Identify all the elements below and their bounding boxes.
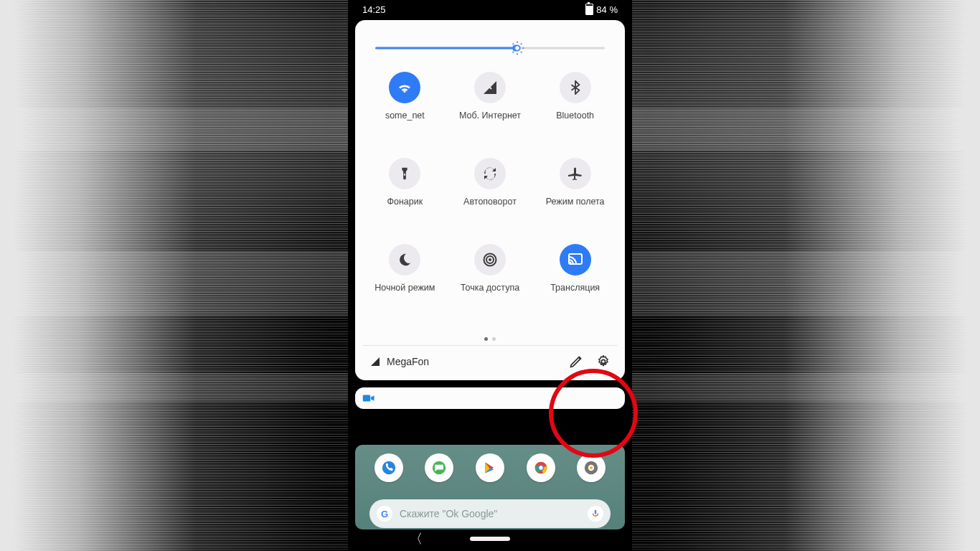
svg-point-5	[539, 466, 542, 469]
quick-settings-panel: some_netМоб. ИнтернетBluetoothФонарикАвт…	[355, 20, 625, 380]
page-dot[interactable]	[492, 337, 496, 341]
qs-tile-label: some_net	[385, 110, 425, 122]
flashlight-icon	[389, 158, 420, 189]
app-camera-icon[interactable]	[577, 453, 606, 482]
app-playstore-icon[interactable]	[476, 453, 504, 482]
qs-tile-autorotate[interactable]: Автоповорот	[451, 158, 529, 208]
google-g-icon: G	[377, 506, 392, 522]
qs-tile-wifi[interactable]: some_net	[365, 72, 444, 122]
carrier-label: MegaFon	[369, 356, 429, 367]
nav-back-button[interactable]: 〈	[410, 530, 423, 547]
page-dot[interactable]	[484, 337, 488, 341]
qs-tile-label: Bluetooth	[556, 110, 594, 122]
svg-point-19	[569, 261, 571, 263]
airplane-icon	[560, 158, 591, 189]
brightness-fill	[375, 47, 517, 50]
qs-tile-airplane[interactable]: Режим полета	[536, 158, 615, 208]
qs-tile-night[interactable]: Ночной режим	[365, 244, 444, 294]
navigation-bar: 〈	[352, 527, 628, 551]
qs-tile-bluetooth[interactable]: Bluetooth	[536, 72, 615, 122]
status-time: 14:25	[362, 4, 386, 15]
notification-card[interactable]	[355, 387, 625, 409]
qs-tile-label: Моб. Интернет	[459, 110, 521, 122]
video-recording-icon	[362, 393, 375, 403]
settings-button[interactable]	[596, 354, 611, 369]
brightness-thumb-icon[interactable]	[509, 40, 525, 56]
svg-rect-14	[404, 174, 405, 176]
phone-screen: 14:25 84 % G Скажите "Ok Google"	[352, 0, 628, 551]
carrier-name: MegaFon	[387, 356, 429, 367]
autorotate-icon	[474, 158, 506, 189]
home-app-row	[352, 453, 628, 482]
quick-settings-footer: MegaFon	[362, 345, 618, 375]
cast-icon	[560, 244, 591, 276]
quick-settings-grid: some_netМоб. ИнтернетBluetoothФонарикАвт…	[362, 72, 618, 330]
mobile-data-icon	[474, 72, 506, 103]
app-messages-icon[interactable]	[425, 453, 453, 482]
status-right: 84 %	[585, 4, 618, 15]
qs-tile-label: Трансляция	[550, 283, 600, 294]
battery-percent: 84 %	[596, 4, 618, 15]
svg-rect-21	[363, 395, 371, 402]
app-phone-icon[interactable]	[374, 453, 403, 482]
night-icon	[389, 244, 420, 276]
battery-icon	[585, 4, 593, 15]
mic-icon[interactable]	[588, 506, 603, 522]
pencil-icon	[569, 354, 583, 369]
qs-tile-mobile-data[interactable]: Моб. Интернет	[451, 72, 529, 122]
svg-point-11	[515, 45, 520, 50]
qs-tile-label: Автоповорот	[463, 197, 517, 208]
qs-tile-hotspot[interactable]: Точка доступа	[451, 244, 529, 294]
app-chrome-icon[interactable]	[527, 453, 555, 482]
qs-tile-flashlight[interactable]: Фонарик	[365, 158, 444, 208]
svg-point-15	[489, 258, 491, 261]
phone-frame: 14:25 84 % G Скажите "Ok Google"	[348, 0, 632, 551]
svg-point-8	[590, 466, 593, 469]
hotspot-icon	[474, 244, 506, 276]
edit-tiles-button[interactable]	[569, 354, 583, 369]
search-placeholder: Скажите "Ok Google"	[400, 508, 497, 519]
qs-tile-cast[interactable]: Трансляция	[536, 244, 615, 294]
qs-tile-label: Режим полета	[546, 197, 605, 208]
brightness-slider[interactable]	[375, 37, 605, 59]
signal-icon	[369, 356, 381, 367]
svg-point-20	[601, 359, 605, 363]
wifi-icon	[389, 72, 420, 103]
nav-home-pill[interactable]	[470, 537, 510, 541]
google-search-bar[interactable]: G Скажите "Ok Google"	[369, 499, 611, 528]
svg-rect-10	[595, 516, 595, 517]
qs-tile-label: Точка доступа	[461, 283, 519, 294]
qs-tile-label: Фонарик	[387, 197, 423, 208]
svg-rect-9	[595, 510, 596, 514]
gear-icon	[596, 354, 611, 369]
bluetooth-icon	[560, 72, 591, 103]
page-indicator[interactable]	[362, 337, 618, 341]
qs-tile-label: Ночной режим	[374, 283, 435, 294]
status-bar: 14:25 84 %	[352, 0, 628, 19]
